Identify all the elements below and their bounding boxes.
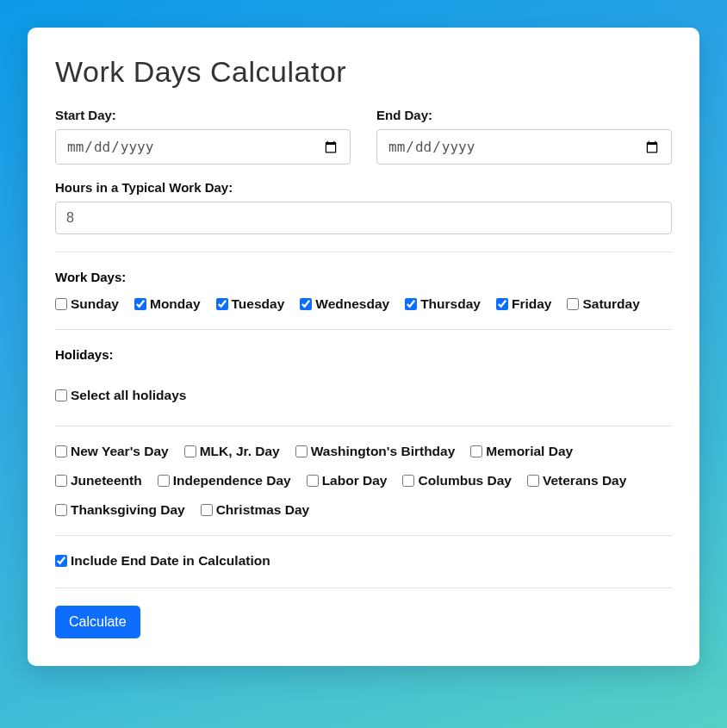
workday-label: Wednesday: [315, 296, 389, 312]
workday-label: Sunday: [71, 296, 119, 312]
holiday-option-independence-day[interactable]: Independence Day: [158, 473, 291, 488]
holiday-option-juneteenth[interactable]: Juneteenth: [55, 473, 142, 488]
holiday-label: Washington's Birthday: [311, 444, 456, 459]
holiday-label: Juneteenth: [71, 473, 142, 488]
hours-label: Hours in a Typical Work Day:: [55, 180, 672, 195]
end-day-field: End Day:: [376, 108, 672, 165]
workdays-label: Work Days:: [55, 270, 672, 284]
holiday-option-new-year-s-day[interactable]: New Year's Day: [55, 444, 169, 459]
holiday-checkbox-labor-day[interactable]: [307, 475, 319, 487]
holiday-option-memorial-day[interactable]: Memorial Day: [470, 444, 573, 459]
start-day-input[interactable]: [55, 129, 351, 165]
workday-option-sunday[interactable]: Sunday: [55, 296, 119, 312]
holiday-checkbox-christmas-day[interactable]: [201, 504, 213, 516]
calculator-card: Work Days Calculator Start Day: End Day:…: [28, 28, 699, 666]
divider: [55, 588, 672, 588]
holiday-checkbox-juneteenth[interactable]: [55, 475, 67, 487]
select-all-checkbox[interactable]: [55, 389, 67, 401]
holiday-checkbox-columbus-day[interactable]: [402, 475, 414, 487]
holiday-label: Christmas Day: [216, 502, 310, 518]
holiday-checkbox-independence-day[interactable]: [158, 475, 170, 487]
workday-checkbox-thursday[interactable]: [405, 298, 417, 310]
holiday-checkbox-veterans-day[interactable]: [527, 475, 539, 487]
workday-checkbox-tuesday[interactable]: [216, 298, 228, 310]
holiday-checkbox-memorial-day[interactable]: [470, 445, 482, 457]
holiday-checkbox-washington-s-birthday[interactable]: [295, 445, 308, 457]
holiday-label: Memorial Day: [486, 444, 573, 459]
calculate-button[interactable]: Calculate: [55, 606, 140, 638]
hours-input[interactable]: [55, 202, 672, 234]
holiday-option-mlk-jr-day[interactable]: MLK, Jr. Day: [184, 444, 280, 459]
workday-option-friday[interactable]: Friday: [496, 296, 552, 312]
holiday-option-thanksgiving-day[interactable]: Thanksgiving Day: [55, 502, 185, 518]
workday-option-thursday[interactable]: Thursday: [405, 296, 481, 312]
page-title: Work Days Calculator: [55, 55, 672, 89]
workday-option-saturday[interactable]: Saturday: [567, 296, 639, 312]
include-end-option[interactable]: Include End Date in Calculation: [55, 553, 270, 569]
divider: [55, 252, 672, 252]
workday-label: Tuesday: [232, 296, 285, 312]
workday-checkbox-monday[interactable]: [134, 298, 146, 310]
workday-label: Thursday: [420, 296, 481, 312]
workday-checkbox-wednesday[interactable]: [300, 298, 312, 310]
holiday-checkbox-new-year-s-day[interactable]: [55, 445, 67, 457]
divider: [55, 426, 672, 426]
holiday-option-labor-day[interactable]: Labor Day: [307, 473, 388, 488]
holiday-checkbox-thanksgiving-day[interactable]: [55, 504, 67, 516]
holidays-row: New Year's DayMLK, Jr. DayWashington's B…: [55, 444, 672, 518]
select-all-holidays[interactable]: Select all holidays: [55, 388, 186, 403]
include-end-checkbox[interactable]: [55, 555, 67, 567]
holiday-label: Columbus Day: [418, 473, 512, 488]
holiday-label: Thanksgiving Day: [71, 502, 185, 518]
divider: [55, 329, 672, 330]
start-day-field: Start Day:: [55, 108, 351, 165]
end-day-input[interactable]: [376, 129, 672, 165]
date-row: Start Day: End Day:: [55, 108, 672, 165]
hours-field: Hours in a Typical Work Day:: [55, 180, 672, 234]
include-end-label: Include End Date in Calculation: [71, 553, 270, 569]
holiday-label: Veterans Day: [543, 473, 626, 488]
holiday-option-christmas-day[interactable]: Christmas Day: [201, 502, 310, 518]
workday-option-monday[interactable]: Monday: [134, 296, 201, 312]
holiday-label: MLK, Jr. Day: [200, 444, 280, 459]
holiday-option-washington-s-birthday[interactable]: Washington's Birthday: [295, 444, 456, 459]
end-day-label: End Day:: [376, 108, 672, 122]
holiday-label: Labor Day: [322, 473, 388, 488]
start-day-label: Start Day:: [55, 108, 351, 122]
workday-label: Saturday: [582, 296, 639, 312]
workday-checkbox-saturday[interactable]: [567, 298, 579, 310]
workday-option-wednesday[interactable]: Wednesday: [300, 296, 389, 312]
workdays-row: SundayMondayTuesdayWednesdayThursdayFrid…: [55, 296, 672, 312]
holiday-checkbox-mlk-jr-day[interactable]: [184, 445, 196, 457]
workday-checkbox-sunday[interactable]: [55, 298, 67, 310]
holiday-label: New Year's Day: [71, 444, 169, 459]
holiday-option-columbus-day[interactable]: Columbus Day: [402, 473, 512, 488]
select-all-label: Select all holidays: [71, 388, 186, 403]
workday-label: Monday: [150, 296, 201, 312]
workday-option-tuesday[interactable]: Tuesday: [216, 296, 285, 312]
workday-label: Friday: [512, 296, 552, 312]
holiday-label: Independence Day: [173, 473, 291, 488]
holidays-label: Holidays:: [55, 347, 672, 362]
workday-checkbox-friday[interactable]: [496, 298, 508, 310]
holiday-option-veterans-day[interactable]: Veterans Day: [527, 473, 626, 488]
divider: [55, 535, 672, 536]
